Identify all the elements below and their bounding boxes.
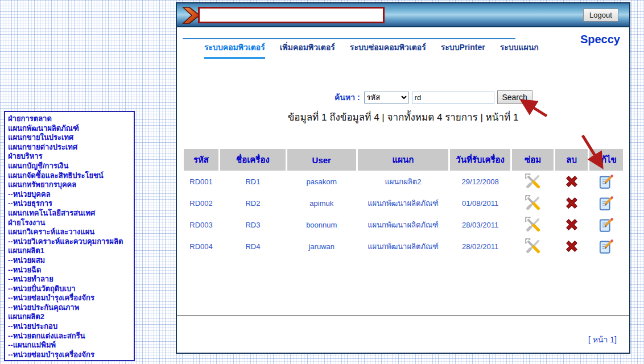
col-header-code: รหัส <box>184 149 218 171</box>
sidebar-item[interactable]: แผนกวิเคราะห์และวางแผน <box>8 228 131 237</box>
table-header-row: รหัส ชื่อเครื่อง User แผนก วันที่รับเครื… <box>184 149 623 171</box>
delete-action[interactable] <box>555 235 588 257</box>
tab-printer-system[interactable]: ระบบPrinter <box>441 41 485 59</box>
edit-action[interactable] <box>589 192 623 214</box>
cell-code: RD001 <box>184 171 218 192</box>
search-button[interactable]: Search <box>497 90 532 104</box>
sidebar-item[interactable]: แผนกบัญชี/การเงิน <box>8 162 131 171</box>
tab-computer-system[interactable]: ระบบคอมพิวเตอร์ <box>204 41 265 59</box>
header-title-box <box>198 7 385 23</box>
col-header-department: แผนก <box>358 149 449 171</box>
search-input[interactable] <box>412 92 494 104</box>
cell-machine-name: RD1 <box>220 171 286 192</box>
repair-action[interactable] <box>512 192 554 214</box>
cell-department: แผนกพัฒนาผลิตภัณฑ์ <box>358 192 449 214</box>
sidebar-item[interactable]: --หน่วยตกแต่งและสกรีน <box>8 332 131 341</box>
repair-action[interactable] <box>512 214 554 235</box>
sidebar-item[interactable]: แผนกขายในประเทศ <box>8 133 131 143</box>
wrench-screwdriver-icon <box>525 217 541 233</box>
col-header-user: User <box>287 149 356 171</box>
cell-machine-name: RD3 <box>220 214 286 235</box>
notepad-pencil-icon <box>598 174 614 189</box>
logout-button[interactable]: Logout <box>583 9 618 22</box>
wrench-screwdriver-icon <box>525 173 541 189</box>
cell-code: RD002 <box>184 192 218 214</box>
red-x-icon <box>564 196 579 210</box>
search-field-select[interactable]: รหัส <box>364 92 409 104</box>
sidebar-item[interactable]: ฝ่ายบริหาร <box>8 152 131 162</box>
sidebar-item[interactable]: --หน่วยบุคคล <box>8 190 131 200</box>
cell-user: jaruwan <box>287 235 356 257</box>
cell-machine-name: RD4 <box>220 235 286 257</box>
desktop-background: { "header": { "title_box_text": "", "log… <box>0 0 644 364</box>
footer-divider <box>177 315 629 316</box>
col-header-edit: แก้ไข <box>589 149 623 171</box>
brand-speccy: Speccy <box>580 33 620 46</box>
cell-user: apimuk <box>287 192 356 214</box>
sidebar-item[interactable]: --หน่วยประกันคุณภาพ <box>8 303 131 313</box>
cell-department: แผนกพัฒนาผลิตภัณฑ์ <box>358 235 449 257</box>
notepad-pencil-icon <box>598 217 614 233</box>
sidebar-item[interactable]: --หน่วยธุรการ <box>8 199 131 209</box>
cell-department: แผนกพัฒนาผลิตภัณฑ์ <box>358 214 449 235</box>
main-panel: Logout ระบบคอมพิวเตอร์ เพิ่มคอมพิวเตอร์ … <box>176 2 630 354</box>
delete-action[interactable] <box>555 171 588 192</box>
sidebar-item[interactable]: --หน่วยทำลาย <box>8 275 131 284</box>
sidebar-item[interactable]: แผนกทรัพยากรบุคคล <box>8 180 131 190</box>
cell-user: pasakorn <box>287 171 356 192</box>
edit-action[interactable] <box>589 171 623 192</box>
repair-action[interactable] <box>512 235 554 257</box>
sidebar-item[interactable]: ฝ่ายโรงงาน <box>8 218 131 228</box>
search-label: ค้นหา : <box>335 91 360 104</box>
sidebar-item[interactable]: --แผนกแม่พิมพ์ <box>8 341 131 350</box>
sidebar-item[interactable]: --หน่วยผสม <box>8 256 131 266</box>
pagination-page-1[interactable]: [ หน้า 1] <box>588 333 617 346</box>
col-header-received-date: วันที่รับเครื่อง <box>450 149 510 171</box>
table-row: RD003 RD3 boonnum แผนกพัฒนาผลิตภัณฑ์ 28/… <box>184 214 623 235</box>
wrench-screwdriver-icon <box>525 238 541 254</box>
tab-add-computer[interactable]: เพิ่มคอมพิวเตอร์ <box>280 41 335 59</box>
cell-machine-name: RD2 <box>220 192 286 214</box>
edit-action[interactable] <box>589 235 623 257</box>
sidebar-item[interactable]: --หน่วยวิเคราะห์และควบคุมการผลิต <box>8 237 131 247</box>
red-x-icon <box>564 239 579 254</box>
wrench-screwdriver-icon <box>525 195 541 211</box>
delete-action[interactable] <box>555 214 588 235</box>
tab-repair-system[interactable]: ระบบซ่อมคอมพิวเตอร์ <box>350 41 426 59</box>
cell-code: RD004 <box>184 235 218 257</box>
sidebar-item[interactable]: แผนกจัดซื้อและสิทธิประโยชน์ <box>8 171 131 181</box>
sidebar-item[interactable]: --หน่วยปั่นวัตถุดิบเบา <box>8 284 131 294</box>
cell-user: boonnum <box>287 214 356 235</box>
sidebar-item[interactable]: แผนกผลิต2 <box>8 312 131 322</box>
red-x-icon <box>564 174 579 189</box>
department-sidebar: ฝ่ายการตลาด แผนกพัฒนาผลิตภัณฑ์ แผนกขายใน… <box>4 111 135 361</box>
results-summary: ข้อมูลที่ 1 ถึงข้อมูลที่ 4 | จากทั้งหมด … <box>177 109 629 125</box>
sidebar-item[interactable]: --หน่วยซ่อมบำรุงเครื่องจักร <box>8 350 131 360</box>
red-x-icon <box>564 217 579 232</box>
sidebar-item[interactable]: --หน่วยซ่อมบำรุงเครื่องจักร <box>8 293 131 303</box>
sidebar-item[interactable]: แผนกพัฒนาผลิตภัณฑ์ <box>8 124 131 134</box>
nav-divider <box>183 38 515 39</box>
sidebar-item[interactable]: แผนกผลิต1 <box>8 246 131 256</box>
col-header-repair: ซ่อม <box>512 149 554 171</box>
tab-department-system[interactable]: ระบบแผนก <box>500 41 539 59</box>
sidebar-item[interactable]: --หน่วยฉีด <box>8 266 131 275</box>
notepad-pencil-icon <box>598 239 614 254</box>
cell-department: แผนกผลิต2 <box>358 171 449 192</box>
notepad-pencil-icon <box>598 196 614 211</box>
sidebar-item[interactable]: --หน่วยประกอบ <box>8 322 131 332</box>
delete-action[interactable] <box>555 192 588 214</box>
edit-action[interactable] <box>589 214 623 235</box>
cell-received-date: 29/12/2008 <box>450 171 510 192</box>
repair-action[interactable] <box>512 171 554 192</box>
computers-table: รหัส ชื่อเครื่อง User แผนก วันที่รับเครื… <box>182 149 625 257</box>
cell-received-date: 28/02/2011 <box>450 235 510 257</box>
search-bar: ค้นหา : รหัส Search <box>335 90 532 104</box>
sidebar-item[interactable]: ฝ่ายการตลาด <box>8 114 131 124</box>
col-header-delete: ลบ <box>555 149 588 171</box>
sidebar-item[interactable]: แผนกเทคโนโลยีสารสนเทศ <box>8 209 131 218</box>
cell-received-date: 28/03/2011 <box>450 214 510 235</box>
cell-received-date: 01/08/2011 <box>450 192 510 214</box>
header-bar: Logout <box>177 3 629 27</box>
sidebar-item[interactable]: แผนกขายต่างประเทศ <box>8 143 131 152</box>
